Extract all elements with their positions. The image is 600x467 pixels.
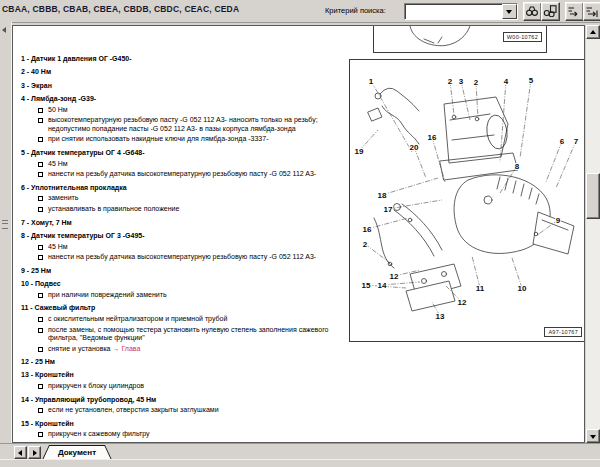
note-text: нанести на резьбу датчика высокотемперат…	[48, 170, 316, 178]
note-text: при наличии повреждений заменить	[48, 291, 167, 299]
part-item-note: нанести на резьбу датчика высокотемперат…	[38, 253, 343, 261]
tab-scroll-right-button[interactable]	[28, 446, 41, 459]
arrow-down-icon	[590, 435, 596, 439]
figure-exploded-view: 1232456781920161817162915141211101213 A9…	[349, 59, 585, 342]
bullet-square-icon	[38, 137, 43, 142]
figure-number-badge: A97-10767	[544, 327, 582, 337]
callout-number: 13	[436, 312, 445, 321]
part-item-note: при наличии повреждений заменить	[38, 291, 343, 299]
callout-leader-line	[520, 80, 531, 158]
bullet-square-icon	[38, 245, 43, 250]
note-text: после замены, с помощью тестера установи…	[48, 326, 343, 343]
bullet-square-icon	[38, 384, 43, 389]
callout-number: 20	[410, 143, 419, 152]
part-item-note: снятие и установка → Глава	[38, 345, 343, 353]
callout-number: 16	[363, 225, 372, 234]
callout-number: 11	[476, 284, 485, 293]
note-text: прикручен к блоку цилиндров	[48, 382, 144, 390]
combo-dropdown-button[interactable]	[502, 4, 517, 19]
bullet-square-icon	[38, 118, 43, 123]
callout-number: 2	[474, 78, 479, 87]
callout-number: 12	[390, 272, 399, 281]
search-combobox[interactable]	[404, 3, 518, 20]
note-text: нанести на резьбу датчика высокотемперат…	[48, 253, 316, 261]
callout-number: 9	[556, 216, 561, 225]
callout-number: 19	[355, 147, 364, 156]
part-item-title: 7 - Хомут, 7 Нм	[21, 219, 343, 227]
part-item-title: 8 - Датчик температуры ОГ 3 -G495-	[21, 232, 343, 240]
find-icon	[525, 5, 539, 17]
diagram-svg: 1232456781920161817162915141211101213	[350, 60, 585, 341]
callout-leader-line	[432, 137, 445, 182]
scroll-up-button[interactable]	[586, 25, 600, 39]
part-item-title: 6 - Уплотнительная прокладка	[21, 184, 343, 192]
part-item-title: 11 - Сажевый фильтр	[21, 304, 343, 312]
goto-previous-hit-button[interactable]	[565, 2, 584, 21]
engine-codes-text: CBAA, CBBB, CBAB, CBEA, CBDB, CBDC, CEAC…	[2, 4, 239, 14]
part-item-note: при снятии использовать накидные ключи д…	[38, 135, 343, 143]
scroll-thumb[interactable]	[586, 173, 600, 219]
part-item-title: 4 - Лямбда-зонд -G39-	[21, 95, 343, 103]
bullet-square-icon	[38, 408, 43, 413]
vertical-scrollbar[interactable]	[586, 25, 600, 443]
bullet-square-icon	[38, 162, 43, 167]
part-item-note: 50 Нм	[38, 106, 343, 114]
find-in-document-button[interactable]	[541, 2, 560, 21]
callout-number: 15	[362, 281, 371, 290]
status-strip	[0, 459, 600, 467]
document-tab-label: Документ	[43, 446, 111, 460]
callout-number: 10	[518, 284, 527, 293]
part-item-note: устанавливать в правильное положение	[38, 205, 343, 213]
bullet-square-icon	[38, 432, 43, 437]
splitter-expand-icon	[2, 27, 6, 33]
parts-list: 1 - Датчик 1 давления ОГ -G450-2 - 40 Нм…	[21, 50, 343, 443]
callout-number: 18	[378, 191, 387, 200]
callout-number: 17	[384, 205, 393, 214]
note-text: прикручен к сажевому фильтру	[48, 430, 150, 438]
part-item-note: 45 Нм	[38, 243, 343, 251]
callout-number: 7	[574, 137, 579, 146]
chevron-down-icon	[506, 10, 512, 14]
figure-overview: W00-10762	[373, 26, 547, 53]
part-item-title: 12 - 25 Нм	[21, 358, 343, 366]
part-item-note: нанести на резьбу датчика высокотемперат…	[38, 170, 343, 178]
part-item-title: 2 - 40 Нм	[21, 68, 343, 76]
sheet-tab-bar: Документ	[0, 443, 600, 460]
callout-number: 12	[458, 298, 467, 307]
goto-next-hit-icon	[585, 5, 599, 17]
part-item-note: прикручен к сажевому фильтру	[38, 430, 343, 438]
document-page: 1 - Датчик 1 давления ОГ -G450-2 - 40 Нм…	[12, 25, 585, 443]
left-splitter-strip[interactable]	[0, 22, 12, 443]
part-item-title: 1 - Датчик 1 давления ОГ -G450-	[21, 55, 343, 63]
scroll-down-button[interactable]	[586, 429, 600, 443]
splitter-grip-icon	[2, 220, 8, 229]
search-input[interactable]	[407, 5, 499, 16]
part-item-title: 3 - Экран	[21, 82, 343, 90]
callout-number: 2	[363, 240, 368, 249]
note-text: заменить	[48, 194, 78, 202]
callout-number: 1	[369, 77, 374, 86]
document-tab[interactable]: Документ	[42, 445, 112, 460]
callout-leader-line	[365, 244, 390, 263]
note-text: если не установлен, отверстия закрыты за…	[48, 406, 219, 414]
part-item-note: 45 Нм	[38, 160, 343, 168]
callout-leader-line	[382, 178, 438, 195]
find-button[interactable]	[523, 2, 542, 21]
part-item-title: 13 - Кронштейн	[21, 371, 343, 379]
callout-leader-line	[556, 141, 576, 188]
note-text: 45 Нм	[48, 243, 68, 251]
bullet-square-icon	[38, 172, 43, 177]
arrow-left-icon	[18, 450, 22, 456]
chapter-link[interactable]: → Глава	[112, 345, 140, 352]
figure-number-badge: W00-10762	[503, 32, 542, 42]
note-text: высокотемпературную резьбовую пасту -G 0…	[48, 116, 343, 133]
tab-scroll-left-button[interactable]	[14, 446, 27, 459]
goto-next-hit-button[interactable]	[583, 2, 600, 21]
callout-number: 14	[378, 281, 387, 290]
search-criteria-label: Критерий поиска:	[325, 6, 386, 15]
part-item-title: 5 - Датчик температуры ОГ 4 -G648-	[21, 149, 343, 157]
goto-previous-hit-icon	[567, 5, 581, 17]
note-text: снятие и установка → Глава	[48, 345, 140, 353]
callout-number: 5	[529, 76, 534, 85]
part-item-note: заменить	[38, 194, 343, 202]
